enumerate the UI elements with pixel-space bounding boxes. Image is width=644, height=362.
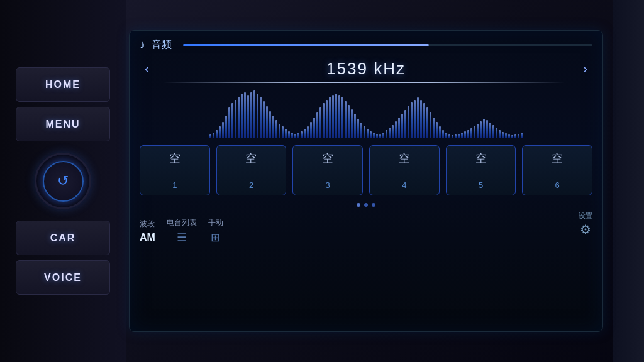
vis-bar [338, 95, 340, 138]
car-button[interactable]: CAR [16, 221, 110, 255]
infotainment-screen: ♪ 音频 ‹ 1539 kHz › 空 1 空 2 空 3 空 [129, 30, 603, 332]
vis-bar [445, 133, 447, 138]
frequency-display: 1539 kHz [155, 59, 576, 79]
vis-bar [313, 118, 315, 138]
vis-bar [480, 121, 482, 138]
home-button[interactable]: HOME [16, 67, 110, 102]
right-bezel [613, 0, 644, 362]
music-icon: ♪ [140, 38, 145, 52]
vis-bar [301, 131, 303, 138]
dot-3 [372, 203, 375, 207]
vis-bar [294, 134, 296, 138]
vis-bar [263, 101, 265, 138]
freq-prev-button[interactable]: ‹ [145, 61, 149, 77]
vis-bar [351, 109, 353, 138]
page-dots [140, 203, 592, 207]
vis-bar [269, 111, 271, 138]
vis-bar [496, 128, 497, 138]
vis-bar [228, 107, 230, 138]
audio-title: 音频 [152, 38, 172, 52]
preset-button-3[interactable]: 空 3 [292, 145, 363, 195]
vis-bar [316, 112, 318, 138]
preset-button-6[interactable]: 空 6 [522, 145, 592, 195]
vis-bar [216, 130, 218, 138]
vis-bar [360, 123, 362, 138]
menu-button[interactable]: MENU [16, 107, 110, 141]
vis-bar [414, 100, 416, 138]
vis-bar [225, 116, 227, 138]
vis-bar [392, 125, 394, 138]
station-list-section[interactable]: 电台列表 ☰ [167, 217, 208, 244]
vis-bar [521, 133, 523, 138]
freq-next-button[interactable]: › [583, 61, 587, 77]
frequency-line [163, 82, 565, 83]
band-value[interactable]: AM [140, 232, 155, 243]
vis-bar [257, 94, 258, 138]
vis-bar [219, 126, 221, 138]
vis-bar [332, 95, 334, 138]
vis-bar [389, 128, 391, 138]
vis-bar [373, 133, 375, 138]
dot-2 [364, 203, 368, 207]
station-list-label: 电台列表 [167, 217, 197, 228]
vis-bar [408, 106, 409, 138]
vis-bar [470, 128, 472, 138]
vis-bar [341, 97, 343, 138]
vis-bar [282, 126, 284, 138]
vis-bar [452, 135, 453, 138]
settings-button[interactable]: 设置 ⚙ [579, 211, 592, 237]
manual-label: 手动 [208, 217, 223, 228]
vis-bar [395, 121, 397, 138]
frequency-bar: ‹ 1539 kHz › [140, 55, 592, 82]
preset-num-4: 4 [402, 180, 406, 190]
knob-icon: ↺ [57, 173, 69, 189]
audio-visualizer [140, 87, 592, 138]
vis-bar [433, 118, 435, 138]
preset-num-3: 3 [326, 180, 330, 190]
vis-bar [411, 102, 413, 138]
vis-bar [448, 134, 450, 138]
vis-bar [404, 110, 406, 138]
vis-bar [241, 94, 243, 138]
vis-bar [474, 126, 475, 138]
vis-bar [458, 134, 460, 138]
preset-chinese-5: 空 [475, 151, 487, 166]
control-knob[interactable]: ↺ [35, 153, 91, 209]
vis-bar [288, 131, 290, 138]
band-section: 波段 AM [140, 219, 167, 243]
vis-bar [386, 130, 387, 138]
car-infotainment-system: HOME MENU ↺ CAR VOICE ♪ 音频 ‹ 1539 kHz › [0, 0, 644, 362]
preset-num-1: 1 [172, 180, 177, 190]
preset-button-1[interactable]: 空 1 [140, 145, 210, 195]
vis-bar [376, 134, 378, 138]
preset-grid: 空 1 空 2 空 3 空 4 空 5 空 6 [140, 145, 592, 195]
vis-bar [420, 100, 422, 138]
vis-bar [357, 119, 359, 138]
vis-bar [348, 105, 350, 138]
vis-bar [272, 116, 274, 138]
vis-bar [304, 129, 306, 138]
preset-chinese-6: 空 [552, 151, 563, 166]
vis-bar [430, 112, 431, 138]
vis-bar [379, 134, 381, 138]
vis-bar [467, 130, 469, 138]
vis-bar [291, 133, 293, 138]
vis-bar [499, 130, 501, 138]
preset-button-2[interactable]: 空 2 [216, 145, 287, 195]
vis-bar [354, 114, 356, 138]
vis-bar [398, 118, 400, 138]
voice-button[interactable]: VOICE [16, 260, 110, 295]
vis-bar [464, 131, 466, 138]
manual-section[interactable]: 手动 ⊞ [208, 217, 235, 244]
band-label: 波段 [140, 219, 155, 229]
vis-bar [417, 97, 419, 138]
vis-bar [508, 134, 510, 138]
vis-bar [266, 106, 268, 138]
preset-chinese-2: 空 [245, 151, 257, 166]
vis-bar [335, 94, 337, 138]
vis-bar [279, 124, 280, 138]
vis-bar [518, 134, 519, 138]
vis-bar [275, 120, 277, 138]
preset-button-5[interactable]: 空 5 [446, 145, 516, 195]
preset-button-4[interactable]: 空 4 [369, 145, 440, 195]
